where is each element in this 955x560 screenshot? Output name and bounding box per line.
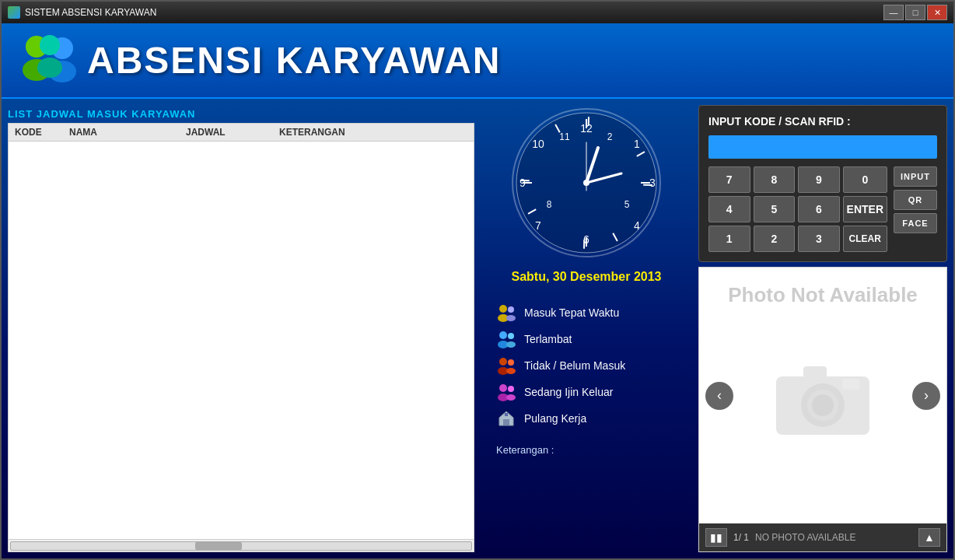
title-bar: SISTEM ABSENSI KARYAWAN — □ ✕ bbox=[2, 2, 953, 23]
legend-belum-masuk-label: Tidak / Belum Masuk bbox=[524, 359, 625, 372]
numpad-6[interactable]: 6 bbox=[798, 196, 840, 222]
svg-rect-60 bbox=[842, 379, 859, 390]
svg-rect-53 bbox=[503, 419, 509, 425]
minimize-button[interactable]: — bbox=[883, 5, 904, 20]
svg-text:2: 2 bbox=[607, 131, 613, 142]
svg-point-35 bbox=[583, 180, 589, 186]
svg-rect-54 bbox=[505, 413, 508, 416]
maximize-button[interactable]: □ bbox=[905, 5, 925, 20]
face-button[interactable]: FACE bbox=[894, 213, 937, 233]
belum-masuk-icon bbox=[496, 355, 516, 376]
side-buttons: INPUT QR FACE bbox=[894, 166, 937, 252]
col-kode: KODE bbox=[15, 127, 69, 138]
app-header: ABSENSI KARYAWAN bbox=[2, 23, 953, 99]
svg-text:4: 4 bbox=[634, 219, 640, 232]
photo-pause-button[interactable]: ▮▮ bbox=[705, 528, 727, 547]
legend-pulang-label: Pulang Kerja bbox=[524, 412, 586, 425]
svg-point-40 bbox=[499, 331, 507, 339]
photo-section: Photo Not Available ‹ › bbox=[698, 267, 947, 552]
legend-tepat-waktu: Masuk Tepat Waktu bbox=[496, 303, 625, 323]
numpad-grid: 7 8 9 0 4 5 6 ENTER 1 2 3 CLEAR bbox=[708, 166, 887, 252]
svg-text:1: 1 bbox=[634, 138, 640, 150]
numpad-clear[interactable]: CLEAR bbox=[843, 226, 887, 252]
numpad-7[interactable]: 7 bbox=[708, 166, 750, 193]
rfid-section: INPUT KODE / SCAN RFID : 7 8 9 0 4 5 6 E… bbox=[698, 105, 947, 262]
table-header: KODE NAMA JADWAL KETERANGAN bbox=[9, 124, 474, 142]
svg-point-46 bbox=[508, 359, 514, 366]
numpad-1[interactable]: 1 bbox=[708, 226, 750, 252]
photo-prev-button[interactable]: ‹ bbox=[705, 382, 733, 410]
svg-point-38 bbox=[508, 306, 514, 313]
date-display: Sabtu, 30 Desember 2013 bbox=[512, 270, 662, 284]
legend-pulang: Pulang Kerja bbox=[496, 408, 625, 429]
numpad-area: 7 8 9 0 4 5 6 ENTER 1 2 3 CLEAR bbox=[708, 166, 937, 252]
app-icon bbox=[8, 6, 20, 19]
close-button[interactable]: ✕ bbox=[927, 5, 947, 20]
page-title: ABSENSI KARYAWAN bbox=[87, 39, 502, 82]
svg-rect-59 bbox=[803, 366, 827, 380]
legend-ijin-keluar: Sedang Ijin Keluar bbox=[496, 382, 625, 402]
photo-up-button[interactable]: ▲ bbox=[918, 528, 940, 547]
numpad-0[interactable]: 0 bbox=[843, 166, 887, 193]
svg-point-51 bbox=[506, 394, 516, 401]
legend: Masuk Tepat Waktu Terlambat bbox=[481, 303, 625, 429]
svg-point-4 bbox=[40, 35, 60, 55]
legend-terlambat-label: Terlambat bbox=[524, 333, 572, 345]
table-body bbox=[9, 142, 474, 539]
svg-point-58 bbox=[812, 394, 834, 416]
right-panel: INPUT KODE / SCAN RFID : 7 8 9 0 4 5 6 E… bbox=[698, 105, 947, 552]
rfid-title: INPUT KODE / SCAN RFID : bbox=[708, 115, 937, 128]
col-keterangan: KETERANGAN bbox=[279, 127, 467, 138]
svg-text:6: 6 bbox=[583, 233, 589, 246]
svg-text:10: 10 bbox=[532, 138, 544, 150]
numpad-3[interactable]: 3 bbox=[798, 226, 840, 252]
numpad-8[interactable]: 8 bbox=[754, 166, 796, 193]
window-title: SISTEM ABSENSI KARYAWAN bbox=[25, 7, 156, 18]
photo-counter: 1/ 1 bbox=[733, 532, 749, 543]
photo-next-button[interactable]: › bbox=[912, 382, 940, 410]
svg-text:5: 5 bbox=[624, 199, 630, 210]
svg-point-5 bbox=[37, 58, 62, 78]
svg-point-47 bbox=[506, 368, 516, 374]
photo-status: NO PHOTO AVAILABLE bbox=[755, 532, 912, 543]
camera-icon bbox=[768, 349, 877, 443]
svg-point-50 bbox=[508, 386, 514, 392]
photo-not-available-text: Photo Not Available bbox=[699, 283, 946, 307]
input-button[interactable]: INPUT bbox=[894, 166, 937, 187]
logo bbox=[17, 31, 87, 89]
legend-tepat-waktu-label: Masuk Tepat Waktu bbox=[524, 306, 619, 319]
svg-point-39 bbox=[506, 315, 516, 321]
svg-point-43 bbox=[506, 341, 516, 348]
col-jadwal: JADWAL bbox=[186, 127, 279, 138]
window-controls: — □ ✕ bbox=[883, 5, 947, 20]
clock: 12 1 3 4 6 7 9 10 11 2 5 8 bbox=[509, 105, 664, 261]
svg-text:11: 11 bbox=[559, 131, 570, 142]
photo-area: Photo Not Available ‹ › bbox=[699, 268, 946, 523]
svg-text:9: 9 bbox=[519, 177, 526, 189]
svg-point-36 bbox=[499, 305, 507, 313]
pulang-icon bbox=[496, 408, 516, 429]
qr-button[interactable]: QR bbox=[894, 190, 937, 210]
ijin-keluar-icon bbox=[496, 382, 516, 402]
keterangan-label: Keterangan : bbox=[481, 444, 554, 456]
svg-text:8: 8 bbox=[547, 199, 552, 210]
horizontal-scrollbar[interactable] bbox=[9, 539, 474, 551]
svg-text:7: 7 bbox=[535, 219, 541, 232]
rfid-input[interactable] bbox=[708, 135, 937, 159]
list-header: LIST JADWAL MASUK KARYAWAN bbox=[8, 105, 474, 123]
legend-terlambat: Terlambat bbox=[496, 329, 625, 349]
left-panel: LIST JADWAL MASUK KARYAWAN KODE NAMA JAD… bbox=[8, 105, 474, 552]
numpad-9[interactable]: 9 bbox=[798, 166, 840, 193]
numpad-2[interactable]: 2 bbox=[754, 226, 796, 252]
tepat-waktu-icon bbox=[496, 303, 516, 323]
numpad-5[interactable]: 5 bbox=[754, 196, 796, 222]
numpad-enter[interactable]: ENTER bbox=[843, 196, 887, 222]
svg-point-44 bbox=[499, 358, 507, 366]
svg-point-48 bbox=[499, 384, 507, 392]
col-nama: NAMA bbox=[69, 127, 186, 138]
numpad-4[interactable]: 4 bbox=[708, 196, 750, 222]
employee-table: KODE NAMA JADWAL KETERANGAN bbox=[8, 123, 474, 552]
photo-footer: ▮▮ 1/ 1 NO PHOTO AVAILABLE ▲ bbox=[699, 523, 946, 551]
svg-text:12: 12 bbox=[580, 122, 593, 135]
terlambat-icon bbox=[496, 329, 516, 349]
